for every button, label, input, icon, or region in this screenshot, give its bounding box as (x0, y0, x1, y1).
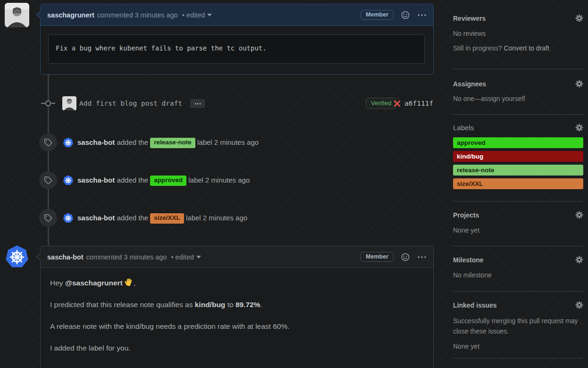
emoji-reaction-button[interactable] (401, 253, 410, 261)
separator-dot: • (171, 253, 173, 261)
tag-icon-circle (39, 134, 57, 151)
reviewers-gear-button[interactable] (575, 14, 583, 22)
member-badge: Member (361, 10, 394, 20)
assignees-gear-button[interactable] (575, 80, 583, 88)
tag-icon (44, 176, 52, 184)
event-suffix: label 2 minutes ago (197, 138, 259, 146)
comment-sascha-bot: sascha-bot commented 3 minutes ago • edi… (40, 246, 434, 368)
caret-down-icon (196, 256, 201, 259)
label-approved[interactable]: approved (453, 137, 583, 148)
separator-dot: • (182, 11, 185, 19)
event-action: added the (117, 214, 148, 222)
avatar-sascha-bot[interactable] (63, 213, 74, 224)
emoji-reaction-button[interactable] (401, 11, 410, 19)
sidebar-section-assignees: Assignees No one—assign yourself (453, 70, 583, 115)
comment-body: Fix a bug where kubenet fails to parse t… (41, 34, 433, 64)
labels-title: Labels (453, 124, 474, 132)
projects-gear-button[interactable] (575, 211, 583, 219)
convert-to-draft-link[interactable]: Convert to draft (504, 44, 549, 52)
gear-icon (575, 211, 583, 219)
comment-author-link[interactable]: sascha-bot (47, 253, 84, 261)
prediction-rate: 89.72% (235, 301, 260, 309)
assignees-title: Assignees (453, 80, 486, 88)
sidebar-section-labels: Labels approved (453, 115, 583, 201)
sidebar: Reviewers No reviews Still (453, 0, 583, 368)
commit-expander-button[interactable] (190, 99, 205, 108)
user-photo-icon (62, 96, 76, 110)
edited-dropdown[interactable]: edited (186, 11, 212, 19)
label-event-row: sascha-bot added the release-note label … (39, 134, 436, 151)
avatar-saschagrunert[interactable] (5, 3, 29, 27)
label-event-row: sascha-bot added the approved label 2 mi… (39, 171, 436, 189)
member-badge: Member (361, 252, 394, 262)
mention-link[interactable]: @saschagrunert (65, 279, 123, 287)
sidebar-section-milestone: Milestone No milestone (453, 247, 583, 292)
kebab-icon (417, 256, 427, 259)
label-size-xxl[interactable]: size/XXL (453, 178, 583, 189)
label-event-row: sascha-bot added the size/XXL label 2 mi… (39, 209, 436, 227)
commit-message-link[interactable]: Add first blog post draft (79, 96, 182, 111)
tag-icon (44, 214, 52, 222)
labels-gear-button[interactable] (575, 124, 583, 132)
edited-dropdown[interactable]: edited (176, 253, 202, 261)
edited-label: edited (176, 253, 194, 261)
linked-issues-gear-button[interactable] (575, 301, 583, 309)
linked-issues-description: Successfully merging this pull request m… (453, 316, 583, 336)
tag-icon (44, 138, 52, 147)
caret-down-icon (207, 14, 212, 17)
user-photo-icon (5, 3, 29, 27)
comment-options-button[interactable] (417, 256, 427, 259)
smiley-icon (401, 11, 410, 19)
comment-caret (36, 252, 41, 261)
convert-draft-row: Still in progress? Convert to draft (453, 44, 583, 52)
edited-label: edited (186, 11, 205, 19)
event-label-badge[interactable]: size/XXL (150, 213, 184, 224)
avatar-sascha-bot-large[interactable] (5, 245, 29, 269)
gear-icon (575, 124, 583, 132)
comment-caret (36, 10, 41, 19)
comment-author-link[interactable]: saschagrunert (47, 11, 94, 19)
sidebar-section-linked-issues: Linked issues Successfully mergin (453, 292, 583, 359)
kubernetes-icon (5, 245, 29, 269)
label-release-note[interactable]: release-note (453, 165, 583, 176)
event-suffix: label 2 minutes ago (188, 176, 250, 184)
gear-icon (575, 80, 583, 88)
sidebar-section-projects: Projects None yet (453, 202, 583, 246)
event-actor-link[interactable]: sascha-bot (77, 176, 115, 184)
verified-badge[interactable]: Verified (366, 98, 396, 109)
label-kind-bug[interactable]: kind/bug (453, 151, 583, 162)
commit-row: Add first blog post draft Verified a6f11… (40, 96, 434, 111)
kubernetes-icon (63, 213, 74, 224)
event-action: added the (117, 138, 148, 146)
commit-sha-link[interactable]: a6f111f (404, 96, 433, 111)
milestone-empty-text: No milestone (453, 271, 583, 279)
event-label-badge[interactable]: release-note (150, 138, 195, 148)
no-assignees-row: No one—assign yourself (453, 95, 583, 102)
pull-request-conversation: saschagrunert commented 3 minutes ago • … (0, 0, 588, 368)
event-text: sascha-bot added the approved label 2 mi… (77, 171, 250, 189)
x-icon[interactable] (394, 100, 401, 107)
event-label-badge[interactable]: approved (150, 176, 186, 186)
assign-yourself-link[interactable]: assign yourself (481, 95, 525, 102)
comment-options-button[interactable] (417, 14, 427, 17)
projects-empty-text: None yet (453, 226, 583, 234)
kubernetes-icon (63, 175, 74, 186)
event-actor-link[interactable]: sascha-bot (77, 214, 115, 222)
event-text: sascha-bot added the size/XXL label 2 mi… (77, 209, 247, 227)
commit-author-avatar[interactable] (62, 96, 76, 110)
comment-header: sascha-bot commented 3 minutes ago • edi… (41, 246, 433, 268)
greeting-line: Hey @saschagrunert , (50, 278, 424, 288)
comment-saschagrunert: saschagrunert commented 3 minutes ago • … (40, 4, 434, 75)
release-note-code-block: Fix a bug where kubenet fails to parse t… (48, 34, 425, 64)
labels-list: approved kind/bug release-note size/XXL (453, 137, 583, 189)
comment-header: saschagrunert commented 3 minutes ago • … (41, 4, 433, 26)
avatar-sascha-bot[interactable] (63, 137, 74, 148)
gear-icon (575, 14, 583, 22)
event-text: sascha-bot added the release-note label … (77, 134, 259, 151)
milestone-gear-button[interactable] (575, 256, 583, 264)
event-actor-link[interactable]: sascha-bot (77, 138, 115, 146)
ellipsis-icon (194, 103, 201, 105)
avatar-sascha-bot[interactable] (63, 175, 74, 186)
comment-body: Hey @saschagrunert , I predicted that th… (41, 268, 433, 368)
linked-issues-empty-text: None yet (453, 343, 583, 350)
